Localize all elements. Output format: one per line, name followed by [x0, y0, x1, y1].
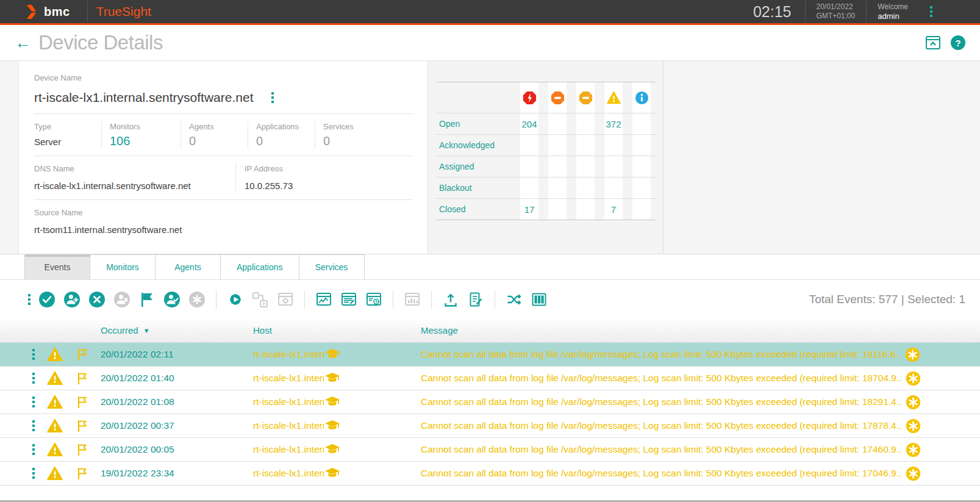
- toolbar-kebab-menu-icon[interactable]: [28, 294, 30, 305]
- message-cell[interactable]: Cannot scan all data from log file /var/…: [421, 349, 901, 360]
- message-cell[interactable]: Cannot scan all data from log file /var/…: [421, 373, 901, 384]
- message-cell[interactable]: Cannot scan all data from log file /var/…: [421, 420, 901, 431]
- host-cell[interactable]: rt-iscale-lx1.internal.sentrysoftw: [253, 468, 324, 479]
- event-notes-icon[interactable]: [340, 291, 357, 308]
- event-row[interactable]: 20/01/2022 00:37 rt-iscale-lx1.internal.…: [0, 414, 980, 438]
- page-title: Device Details: [38, 31, 163, 54]
- flag-icon[interactable]: [75, 371, 90, 385]
- event-row[interactable]: 20/01/2022 00:05 rt-iscale-lx1.internal.…: [0, 438, 980, 462]
- event-timeline-icon[interactable]: [365, 291, 382, 308]
- summary-row-assigned: Assigned: [436, 156, 656, 177]
- severity-header-row: [436, 82, 656, 113]
- event-row[interactable]: 19/01/2022 23:34 rt-iscale-lx1.internal.…: [0, 462, 980, 486]
- launch-configuration-icon: [277, 291, 294, 308]
- count-cell[interactable]: 17: [520, 199, 538, 220]
- row-menu-icon[interactable]: [32, 373, 35, 384]
- info-severity-icon: [635, 91, 649, 105]
- take-ownership-icon[interactable]: [163, 291, 181, 308]
- critical-severity-icon: [523, 91, 537, 105]
- count-cell[interactable]: 204: [520, 113, 538, 134]
- device-info-panel: Device Name rt-iscale-lx1.internal.sentr…: [18, 61, 428, 254]
- occurred-cell: 20/01/2022 02:11: [101, 349, 242, 360]
- count-cell: [604, 135, 623, 156]
- count-cell: [520, 135, 538, 156]
- product-name: TrueSight: [88, 4, 234, 19]
- flag-icon[interactable]: [75, 347, 90, 362]
- stat-agents: Agents 0: [181, 122, 248, 148]
- open-status-icon: [906, 418, 921, 434]
- row-menu-icon[interactable]: [32, 468, 35, 479]
- warning-severity-icon: [46, 465, 64, 481]
- row-menu-icon[interactable]: [32, 396, 35, 407]
- close-event-icon[interactable]: [88, 291, 106, 308]
- event-row[interactable]: 20/01/2022 02:11 rt-iscale-lx1.internal.…: [0, 343, 980, 367]
- acknowledge-icon[interactable]: [38, 291, 55, 308]
- collapse-panel-icon[interactable]: [925, 35, 941, 51]
- ip-address-value: 10.0.255.73: [245, 181, 293, 191]
- host-cell[interactable]: rt-iscale-lx1.internal.sentrysoftw: [253, 396, 324, 407]
- toolbar-divider: [393, 290, 393, 309]
- count-cell: [576, 199, 595, 220]
- flag-icon[interactable]: [75, 395, 90, 409]
- count-cell: [576, 156, 595, 177]
- flag-icon[interactable]: [75, 418, 90, 433]
- row-menu-icon[interactable]: [32, 349, 35, 360]
- message-cell[interactable]: Cannot scan all data from log file /var/…: [421, 444, 901, 455]
- count-cell[interactable]: 372: [604, 113, 623, 134]
- user-menu[interactable]: Welcome admin: [867, 2, 920, 21]
- knowledge-module-icon: [324, 418, 340, 433]
- occurred-cell: 20/01/2022 01:08: [101, 396, 242, 407]
- source-name-field: Source Name rt-tsom11.internal.sentrysof…: [34, 208, 413, 235]
- event-row[interactable]: 20/01/2022 01:08 rt-iscale-lx1.internal.…: [0, 390, 980, 414]
- message-cell[interactable]: Cannot scan all data from log file /var/…: [421, 468, 901, 479]
- row-menu-icon[interactable]: [32, 444, 35, 455]
- topbar-kebab-menu-icon[interactable]: [930, 6, 932, 17]
- summary-row-closed: Closed 17 7: [436, 199, 656, 220]
- host-cell[interactable]: rt-iscale-lx1.internal.sentrysoftw: [253, 373, 324, 384]
- column-header-host[interactable]: Host: [253, 325, 421, 335]
- column-header-occurred[interactable]: Occurred ▼: [101, 325, 253, 335]
- warning-severity-icon: [46, 418, 64, 434]
- flag-priority-icon[interactable]: [138, 291, 156, 308]
- host-cell[interactable]: rt-iscale-lx1.internal.sentrysoftw: [253, 420, 324, 431]
- toolbar-divider: [495, 290, 495, 309]
- row-menu-icon[interactable]: [32, 420, 35, 431]
- column-chooser-icon[interactable]: [531, 291, 548, 308]
- count-cell: [548, 177, 567, 198]
- tab-monitors[interactable]: Monitors: [90, 254, 156, 279]
- correlate-events-icon[interactable]: [506, 291, 523, 308]
- warning-severity-icon: [607, 91, 621, 105]
- flag-icon[interactable]: [75, 466, 90, 481]
- edit-notes-icon[interactable]: [467, 291, 484, 308]
- sort-desc-icon[interactable]: ▼: [143, 327, 150, 334]
- tab-agents[interactable]: Agents: [155, 254, 221, 279]
- ip-address-field: IP Address 10.0.255.73: [235, 164, 293, 191]
- device-actions-menu-icon[interactable]: [271, 92, 274, 103]
- back-button[interactable]: ←: [15, 35, 31, 51]
- monitors-count-link[interactable]: 106: [110, 134, 181, 148]
- host-cell[interactable]: rt-iscale-lx1.internal.sentrysoftw: [253, 444, 324, 455]
- unassign-user-icon: [113, 291, 131, 308]
- run-action-icon[interactable]: [227, 291, 244, 308]
- knowledge-module-icon: [324, 442, 340, 457]
- timezone: GMT+01:00: [817, 12, 856, 21]
- count-cell[interactable]: 7: [604, 199, 623, 220]
- count-cell: [548, 156, 567, 177]
- open-status-icon: [906, 442, 921, 457]
- tab-applications[interactable]: Applications: [220, 254, 299, 279]
- message-cell[interactable]: Cannot scan all data from log file /var/…: [421, 396, 901, 407]
- toolbar-divider: [216, 290, 216, 309]
- flag-icon[interactable]: [75, 442, 90, 457]
- tab-services[interactable]: Services: [299, 254, 365, 279]
- assign-user-icon[interactable]: [63, 291, 80, 308]
- performance-view-icon[interactable]: [315, 291, 332, 308]
- date-timezone: 20/01/2022 GMT+01:00: [806, 2, 867, 21]
- export-icon[interactable]: [442, 291, 459, 308]
- event-row[interactable]: 20/01/2022 01:40 rt-iscale-lx1.internal.…: [0, 367, 980, 390]
- column-header-message[interactable]: Message: [421, 325, 980, 335]
- help-icon[interactable]: ?: [951, 35, 965, 50]
- host-cell[interactable]: rt-iscale-lx1.internal.sentrysoftw: [253, 349, 324, 360]
- tab-events[interactable]: Events: [24, 254, 90, 279]
- count-cell: [632, 177, 651, 198]
- summary-row-open: Open 204 372: [436, 113, 656, 135]
